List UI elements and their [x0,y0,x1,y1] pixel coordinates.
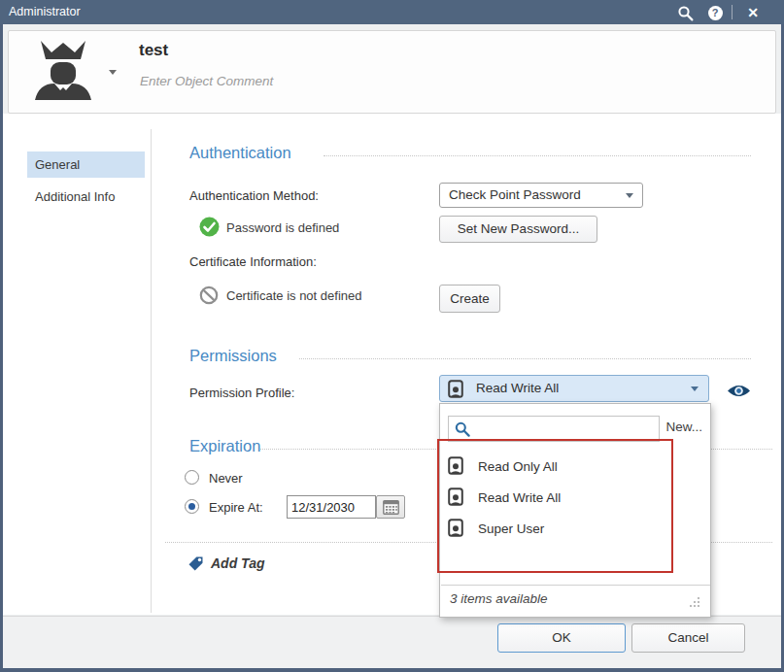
ok-button[interactable]: OK [497,623,626,653]
sidebar-item-additional-info[interactable]: Additional Info [27,184,145,210]
object-name[interactable]: test [139,41,168,60]
certificate-information-label: Certificate Information: [189,254,317,269]
authentication-section-title: Authentication [189,144,291,162]
eye-icon[interactable] [727,384,751,402]
profile-icon [448,487,464,507]
object-type-caret-icon[interactable] [109,70,117,75]
create-certificate-button[interactable]: Create [439,285,500,313]
object-comment-placeholder[interactable]: Enter Object Comment [140,74,273,88]
profile-icon [448,380,464,399]
expire-date-field[interactable] [287,495,376,519]
password-status: Password is defined [226,220,339,235]
administrator-dialog: Administrator ? ✕ test Enter Object Comm… [0,0,784,672]
never-radio[interactable] [185,470,199,485]
dropdown-item-super-user[interactable]: Super User [441,515,709,544]
sidebar-divider [151,129,152,613]
dropdown-search-box[interactable] [448,416,660,442]
search-icon[interactable] [676,4,694,21]
permissions-section-title: Permissions [189,347,277,365]
certificate-status: Certificate is not defined [226,288,361,303]
no-certificate-icon [199,286,219,309]
object-header-panel [8,30,776,114]
expire-at-radio[interactable] [185,499,199,514]
sidebar-item-general[interactable]: General [27,151,145,178]
help-icon[interactable]: ? [706,4,724,21]
close-icon[interactable]: ✕ [744,4,762,21]
administrator-avatar-icon [31,39,95,105]
authentication-dotted-rule [324,155,751,156]
never-radio-label[interactable]: Never [209,471,243,486]
expiration-section-title: Expiration [189,437,260,455]
chevron-down-icon [626,193,633,198]
chevron-down-icon [691,386,699,391]
calendar-button[interactable] [376,495,405,519]
profile-icon [448,519,464,538]
resize-grip[interactable] [688,594,700,612]
dropdown-item-read-only-all[interactable]: Read Only All [441,453,709,482]
add-tag-link[interactable]: Add Tag [211,555,264,571]
check-circle-icon [199,217,220,241]
set-new-password-button[interactable]: Set New Password... [439,216,597,243]
search-icon [455,421,470,437]
authentication-method-select[interactable]: Check Point Password [439,183,643,208]
cancel-button[interactable]: Cancel [631,623,745,653]
permission-profile-label: Permission Profile: [189,386,294,400]
tag-icon [187,555,204,576]
calendar-icon [383,500,399,515]
dropdown-status-separator [441,585,710,586]
dropdown-search-input[interactable] [474,418,657,440]
profile-icon [448,456,464,476]
authentication-method-label: Authentication Method: [189,188,319,203]
dropdown-item-read-write-all[interactable]: Read Write All [441,484,709,513]
window-title: Administrator [9,5,81,18]
expire-at-radio-label[interactable]: Expire At: [209,500,263,515]
permissions-dotted-rule [299,358,751,359]
permission-profile-dropdown-panel: New... Read Only All Read Write All Supe… [439,403,711,618]
titlebar-separator [732,5,733,19]
permission-profile-select[interactable]: Read Write All [439,375,709,402]
dropdown-status-text: 3 items available [450,591,548,606]
titlebar: Administrator ? ✕ [0,0,784,24]
new-profile-link[interactable]: New... [665,420,702,434]
